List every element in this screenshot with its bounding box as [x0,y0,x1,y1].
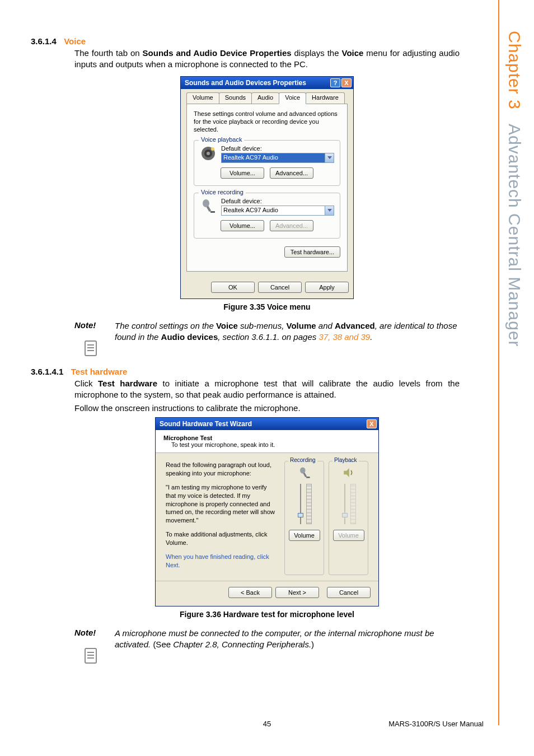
section-title: Voice [64,36,86,46]
section-testhw-p2: Follow the onscreen instructions to cali… [74,403,460,414]
microphone-icon [200,198,217,214]
playback-device-combo[interactable]: Realtek AC97 Audio [221,153,334,163]
cancel-button[interactable]: Cancel [258,282,302,293]
note-label: Note! [74,628,108,637]
wizard-titlebar[interactable]: Sound Hardware Test Wizard X [156,418,378,430]
playback-slider [341,484,349,524]
sounds-audio-properties-dialog: Sounds and Audio Devices Properties ? X … [180,76,354,299]
voice-description: These settings control volume and advanc… [194,110,340,134]
voice-recording-legend: Voice recording [199,189,246,195]
close-button[interactable]: X [341,78,352,87]
svg-rect-5 [207,206,211,212]
svg-rect-12 [303,473,307,478]
recording-volume-button[interactable]: Volume... [221,220,264,231]
recording-meter [306,484,312,524]
section-voice-heading: 3.6.1.4 Voice [31,36,503,46]
wizard-header: Microphone Test To test your microphone,… [156,430,378,453]
playback-volume-button: Volume [333,530,364,541]
tab-voice[interactable]: Voice [279,92,306,104]
wizard-header-title: Microphone Test [163,435,371,441]
note-2: Note! A microphone must be connected to … [74,628,460,664]
svg-point-3 [211,147,214,151]
playback-default-label: Default device: [221,145,334,152]
svg-rect-6 [210,211,215,213]
help-button[interactable]: ? [330,78,340,87]
speaker-icon [200,145,217,162]
page-footer: 45 MARS-3100R/S User Manual [0,720,534,728]
note-icon [84,647,99,664]
cancel-button[interactable]: Cancel [327,587,371,598]
section-num: 3.6.1.4.1 [31,367,63,376]
dialog-title: Sounds and Audio Devices Properties [182,79,329,87]
footer-doc-name: MARS-3100R/S User Manual [388,720,484,728]
note-1: Note! The control settings on the Voice … [74,320,460,357]
note-2-text: A microphone must be connected to the co… [115,628,460,651]
tab-strip: Volume Sounds Audio Voice Hardware [186,92,348,104]
playback-device-value: Realtek AC97 Audio [221,153,325,163]
wizard-title: Sound Hardware Test Wizard [157,420,366,428]
playback-advanced-button[interactable]: Advanced... [270,167,313,179]
recording-slider[interactable] [297,484,305,524]
playback-volume-button[interactable]: Volume... [221,167,264,179]
recording-default-label: Default device: [221,198,334,204]
back-button[interactable]: < Back [228,587,272,598]
svg-point-2 [207,152,210,155]
ok-button[interactable]: OK [211,282,255,293]
voice-tab-panel: These settings control volume and advanc… [186,104,348,272]
note-label: Note! [74,320,108,330]
playback-meter-group: Playback Volume [329,461,368,575]
voice-playback-legend: Voice playback [199,136,244,143]
svg-rect-13 [306,477,310,478]
chevron-down-icon[interactable] [325,206,334,216]
playback-legend: Playback [332,457,359,463]
section-title: Test hardware [71,367,128,376]
tab-sounds[interactable]: Sounds [219,92,252,104]
recording-legend: Recording [288,457,317,463]
chevron-down-icon[interactable] [325,153,334,163]
tab-hardware[interactable]: Hardware [306,92,345,104]
dialog-titlebar[interactable]: Sounds and Audio Devices Properties ? X [181,77,353,89]
section-testhw-heading: 3.6.1.4.1 Test hardware [31,367,503,377]
section-voice-body: The fourth tab on Sounds and Audio Devic… [74,48,460,71]
recording-device-combo[interactable]: Realtek AC97 Audio [221,206,334,216]
apply-button[interactable]: Apply [305,282,349,293]
note-icon [84,340,99,357]
sound-hardware-test-wizard: Sound Hardware Test Wizard X Microphone … [155,417,379,606]
figure-35-caption: Figure 3.35 Voice menu [31,302,503,311]
note-1-text: The control settings on the Voice sub-me… [115,320,460,343]
speaker-icon [342,466,355,479]
section-testhw-p1: Click Test hardware to initiate a microp… [74,378,460,401]
playback-meter [350,484,356,524]
microphone-icon [298,466,311,479]
wizard-instructions: Read the following paragraph out loud, s… [166,461,278,575]
figure-36-caption: Figure 3.36 Hardware test for microphone… [31,610,503,619]
voice-playback-group: Voice playback Default device: Realtek A… [194,140,340,186]
section-num: 3.6.1.4 [31,36,57,46]
tab-audio[interactable]: Audio [251,92,279,104]
recording-meter-group: Recording Volume [284,461,324,575]
next-button[interactable]: Next > [275,587,319,598]
close-button[interactable]: X [367,419,377,428]
wizard-header-sub: To test your microphone, speak into it. [171,441,371,448]
recording-volume-button[interactable]: Volume [289,530,320,541]
test-hardware-button[interactable]: Test hardware... [284,246,340,258]
tab-volume[interactable]: Volume [186,92,219,104]
recording-device-value: Realtek AC97 Audio [221,206,325,216]
recording-advanced-button: Advanced... [270,220,313,231]
voice-recording-group: Voice recording Default device: Realtek … [194,193,340,239]
